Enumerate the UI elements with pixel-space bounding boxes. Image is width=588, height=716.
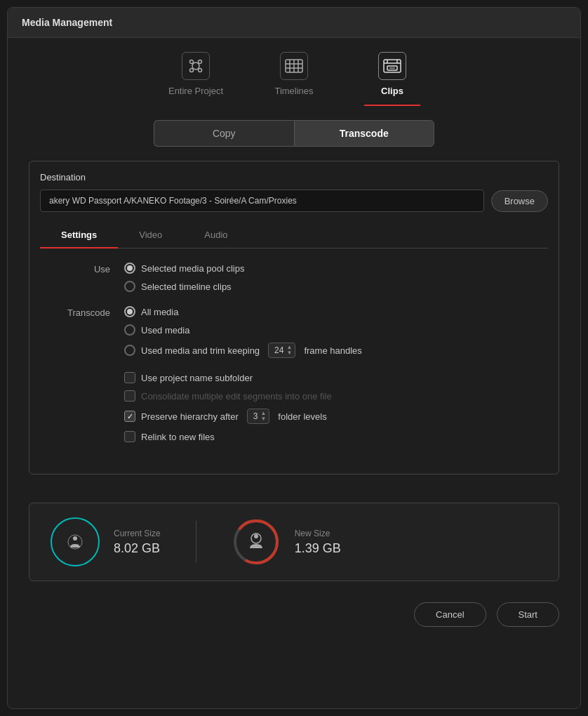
checkbox-preserve-hierarchy[interactable]: Preserve hierarchy after 3 ▲ ▼ folder le… — [124, 409, 541, 424]
stats-divider — [196, 521, 196, 563]
checkbox-relink[interactable]: Relink to new files — [124, 431, 541, 442]
checkbox-project-subfolder-box — [124, 372, 135, 383]
new-size-block: New Size 1.39 GB — [232, 517, 341, 566]
entire-project-icon — [182, 52, 210, 80]
transcode-mode-button[interactable]: Transcode — [294, 120, 435, 147]
transcode-radio-group: All media Used media Used media and trim… — [124, 306, 362, 358]
current-size-value: 8.02 GB — [114, 541, 161, 556]
tab-clips[interactable]: Clips — [364, 52, 420, 106]
tab-entire-project[interactable]: Entire Project — [168, 52, 224, 106]
title-bar: Media Management — [8, 8, 580, 38]
svg-point-18 — [73, 536, 77, 541]
use-radio-group: Selected media pool clips Selected timel… — [124, 263, 244, 292]
svg-point-3 — [190, 69, 194, 72]
settings-content: Use Selected media pool clips Selected t… — [40, 248, 548, 463]
hierarchy-down-arrow[interactable]: ▼ — [260, 416, 266, 422]
destination-row: akery WD Passport A/KANEKO Footage/3 - S… — [40, 190, 548, 212]
stats-area: Current Size 8.02 GB New Siz — [29, 503, 559, 581]
radio-selected-pool-label: Selected media pool clips — [141, 263, 244, 274]
timelines-icon — [280, 52, 308, 80]
tab-clips-label: Clips — [381, 86, 403, 96]
checkbox-project-subfolder[interactable]: Use project name subfolder — [124, 372, 541, 383]
svg-point-4 — [199, 69, 202, 72]
svg-point-22 — [254, 534, 258, 538]
destination-label: Destination — [40, 172, 548, 183]
checkbox-consolidate: Consolidate multiple edit segments into … — [124, 390, 541, 402]
trim-value-input[interactable]: 24 ▲ ▼ — [268, 343, 295, 358]
radio-all-media-label: All media — [141, 307, 178, 317]
radio-selected-timeline-label: Selected timeline clips — [141, 281, 232, 292]
radio-used-media-indicator — [124, 324, 135, 336]
tab-entire-project-label: Entire Project — [168, 86, 223, 96]
footer: Cancel Start — [8, 595, 580, 648]
radio-selected-timeline-indicator — [124, 281, 135, 292]
radio-selected-timeline[interactable]: Selected timeline clips — [124, 281, 244, 292]
checkbox-project-subfolder-label: Use project name subfolder — [141, 373, 253, 383]
destination-path: akery WD Passport A/KANEKO Footage/3 - S… — [40, 190, 484, 212]
svg-point-2 — [199, 60, 202, 64]
new-size-logo — [232, 517, 281, 566]
svg-point-0 — [192, 62, 199, 69]
checkbox-preserve-hierarchy-label: Preserve hierarchy after — [141, 411, 239, 422]
checkbox-relink-box — [124, 431, 135, 442]
current-size-title: Current Size — [114, 529, 161, 538]
radio-all-media-indicator — [124, 306, 135, 317]
hierarchy-spinner[interactable]: ▲ ▼ — [260, 411, 266, 422]
checkbox-preserve-hierarchy-box — [124, 411, 135, 422]
transcode-label: Transcode — [47, 306, 110, 318]
radio-used-media[interactable]: Used media — [124, 324, 362, 336]
tab-timelines-label: Timelines — [274, 86, 313, 96]
radio-selected-pool[interactable]: Selected media pool clips — [124, 263, 244, 274]
start-button[interactable]: Start — [497, 602, 559, 627]
new-size-title: New Size — [295, 529, 341, 538]
main-tabs: Entire Project Timelines — [8, 38, 580, 106]
copy-mode-button[interactable]: Copy — [154, 120, 294, 147]
use-label: Use — [47, 263, 110, 274]
checkboxes-section: Use project name subfolder Consolidate m… — [124, 372, 541, 442]
current-size-block: Current Size 8.02 GB — [51, 517, 161, 566]
mode-buttons: Copy Transcode — [154, 120, 434, 147]
radio-selected-pool-indicator — [124, 263, 135, 274]
main-content: Destination akery WD Passport A/KANEKO F… — [8, 161, 580, 489]
radio-all-media[interactable]: All media — [124, 306, 362, 317]
radio-used-media-label: Used media — [141, 325, 189, 336]
clips-icon — [378, 52, 406, 80]
svg-point-1 — [190, 60, 194, 64]
transcode-row: Transcode All media Used media Used m — [47, 306, 541, 358]
radio-used-media-trim-indicator — [124, 345, 135, 356]
sub-tab-audio[interactable]: Audio — [183, 223, 248, 248]
trim-suffix-label: frame handles — [304, 345, 361, 356]
browse-button[interactable]: Browse — [491, 190, 548, 212]
hierarchy-value-input[interactable]: 3 ▲ ▼ — [247, 409, 270, 424]
checkbox-consolidate-label: Consolidate multiple edit segments into … — [141, 391, 332, 402]
cancel-button[interactable]: Cancel — [414, 602, 486, 627]
media-management-window: Media Management Entire Project — [7, 7, 581, 709]
radio-used-media-trim[interactable]: Used media and trim keeping 24 ▲ ▼ frame… — [124, 343, 362, 358]
current-size-logo — [51, 517, 100, 566]
trim-spinner[interactable]: ▲ ▼ — [286, 345, 292, 356]
checkbox-relink-label: Relink to new files — [141, 432, 215, 442]
new-size-value: 1.39 GB — [295, 541, 341, 556]
window-title: Media Management — [22, 17, 112, 28]
sub-tabs: Settings Video Audio — [40, 223, 548, 248]
current-size-text: Current Size 8.02 GB — [114, 529, 161, 556]
new-size-text: New Size 1.39 GB — [295, 529, 341, 556]
use-row: Use Selected media pool clips Selected t… — [47, 263, 541, 292]
trim-down-arrow[interactable]: ▼ — [286, 350, 292, 356]
checkbox-consolidate-box — [124, 390, 135, 402]
destination-section: Destination akery WD Passport A/KANEKO F… — [29, 161, 559, 475]
sub-tab-settings[interactable]: Settings — [40, 223, 118, 248]
tab-timelines[interactable]: Timelines — [266, 52, 322, 106]
radio-used-media-trim-label: Used media and trim keeping — [141, 345, 260, 356]
hierarchy-suffix-label: folder levels — [278, 411, 326, 422]
sub-tab-video[interactable]: Video — [118, 223, 183, 248]
